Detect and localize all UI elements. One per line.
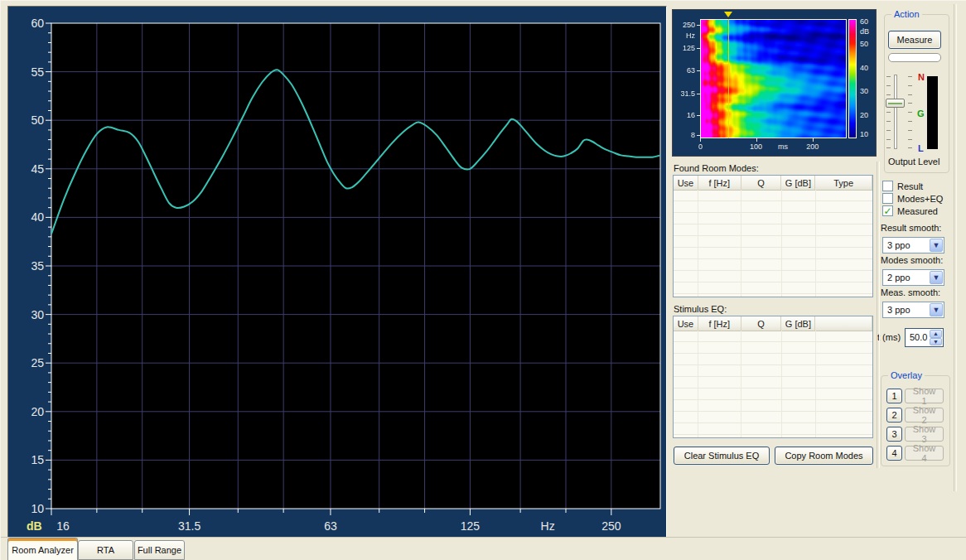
modes-eq-checkbox[interactable]: ✓ — [882, 193, 893, 204]
show-1-button[interactable]: Show 1 — [905, 389, 944, 403]
meas-smooth-value: 3 ppo — [887, 305, 910, 315]
column-header-blank[interactable] — [815, 316, 872, 331]
tab-room-analyzer[interactable]: Room Analyzer — [7, 538, 78, 560]
overlay-button-3[interactable]: 3 — [886, 427, 902, 442]
show-4-button[interactable]: Show 4 — [905, 446, 944, 461]
measured-checkbox[interactable]: ✓ — [882, 205, 893, 216]
slider-tick — [886, 130, 891, 131]
frequency-response-chart-panel: 60555045403530252015101631.563125250HzdB — [7, 6, 667, 538]
table-header[interactable]: Usef [Hz]QG [dB]Type — [674, 176, 872, 191]
colorbar-label: dB — [860, 28, 869, 36]
overlay-button-4[interactable]: 4 — [886, 446, 902, 461]
table-body[interactable] — [674, 331, 872, 437]
copy-room-modes-button[interactable]: Copy Room Modes — [775, 447, 873, 465]
table-row-line — [674, 434, 872, 435]
spectro-x-label: ms — [778, 143, 788, 151]
output-level-slider-track[interactable] — [894, 75, 897, 149]
tabstrip-line — [1, 537, 966, 538]
table-row-line — [674, 353, 872, 354]
meter-good-label: G — [917, 109, 925, 118]
column-header-f [Hz][interactable]: f [Hz] — [698, 316, 741, 331]
chevron-down-icon[interactable]: ▼ — [930, 271, 943, 284]
result-checkbox[interactable]: ✓ — [882, 181, 893, 191]
column-header-Use[interactable]: Use — [674, 316, 698, 331]
spectro-y-tick — [697, 94, 700, 94]
action-group-title: Action — [891, 9, 922, 20]
found-room-modes-table[interactable]: Usef [Hz]QG [dB]Type — [673, 175, 873, 297]
table-row-line — [674, 422, 872, 423]
column-header-Q[interactable]: Q — [741, 176, 782, 190]
output-level-meter — [927, 76, 938, 149]
slider-tick — [886, 139, 891, 140]
clear-stimulus-eq-button[interactable]: Clear Stimulus EQ — [674, 447, 770, 465]
y-axis-tick-label: 60 — [31, 17, 44, 30]
time-window-spinner[interactable]: 50.0 ▲ ▼ — [905, 328, 944, 347]
spectro-x-tick — [756, 138, 757, 142]
overlay-group: Overlay 1 Show 1 2 Show 2 3 Show 3 4 Sho… — [881, 375, 950, 466]
slider-tick — [908, 112, 912, 113]
measure-button[interactable]: Measure — [888, 31, 941, 49]
output-level-slider-thumb[interactable] — [886, 99, 905, 108]
spectro-y-tick — [697, 135, 700, 136]
slider-tick — [908, 130, 912, 131]
action-group: Action Measure N G L Output Level — [884, 14, 949, 173]
x-axis-tick-label: 125 — [461, 519, 481, 533]
column-header-Type[interactable]: Type — [815, 176, 872, 190]
modes-smooth-select[interactable]: 2 ppo ▼ — [882, 269, 944, 286]
x-axis-unit-label: Hz — [541, 519, 555, 533]
spectro-y-label: 16 — [687, 112, 695, 119]
y-axis-tick-label: 20 — [31, 405, 44, 418]
stimulus-eq-table[interactable]: Usef [Hz]QG [dB] — [673, 316, 873, 438]
show-3-button[interactable]: Show 3 — [905, 427, 944, 442]
colorbar-label: 40 — [860, 65, 868, 72]
table-body[interactable] — [674, 190, 872, 297]
column-header-Use[interactable]: Use — [674, 176, 698, 190]
spectro-x-label: 200 — [806, 143, 819, 151]
time-window-value[interactable]: 50.0 — [910, 332, 927, 342]
y-axis-tick-label: 25 — [31, 356, 44, 369]
spin-down-icon[interactable]: ▼ — [930, 338, 942, 346]
table-column-line — [781, 331, 782, 437]
slider-tick — [908, 103, 912, 104]
table-column-line — [698, 331, 698, 437]
spin-up-icon[interactable]: ▲ — [930, 330, 942, 338]
frequency-response-chart[interactable]: 60555045403530252015101631.563125250HzdB — [8, 7, 666, 537]
show-2-button[interactable]: Show 2 — [905, 408, 944, 422]
slider-tick — [908, 85, 912, 86]
time-marker-icon[interactable] — [724, 12, 732, 17]
overlay-button-1[interactable]: 1 — [886, 389, 902, 403]
modes-smooth-value: 2 ppo — [887, 273, 910, 282]
meas-smooth-select[interactable]: 3 ppo ▼ — [882, 302, 944, 318]
table-row-line — [674, 364, 872, 365]
slider-tick — [886, 121, 891, 122]
panel-divider — [954, 4, 957, 491]
tab-rta[interactable]: RTA — [78, 540, 133, 560]
y-axis-tick-label: 40 — [31, 210, 44, 224]
column-header-f [Hz][interactable]: f [Hz] — [698, 176, 741, 190]
result-smooth-label: Result smooth: — [881, 223, 941, 233]
spectro-y-label: 250 — [683, 22, 695, 29]
spectrogram-plot[interactable] — [700, 19, 847, 138]
column-header-Q[interactable]: Q — [741, 316, 782, 331]
y-axis-tick-label: 50 — [31, 113, 44, 127]
x-axis-tick-label: 63 — [324, 519, 337, 533]
table-header[interactable]: Usef [Hz]QG [dB] — [674, 316, 872, 331]
result-smooth-select[interactable]: 3 ppo ▼ — [882, 237, 944, 253]
colorbar-label: 10 — [860, 131, 868, 138]
overlay-group-title: Overlay — [888, 370, 925, 381]
table-row-line — [674, 258, 872, 259]
chevron-down-icon[interactable]: ▼ — [930, 239, 943, 252]
y-axis-tick-label: 30 — [31, 308, 44, 321]
slider-tick — [886, 85, 891, 86]
chevron-down-icon[interactable]: ▼ — [930, 303, 943, 316]
y-axis-tick-label: 45 — [31, 162, 44, 176]
table-column-line — [698, 190, 698, 297]
spectrogram-panel: 250Hz1256331.51680100ms20060dB5040302010 — [672, 9, 877, 157]
column-header-G [dB][interactable]: G [dB] — [781, 316, 815, 331]
modes-eq-checkbox-label: Modes+EQ — [897, 194, 943, 204]
overlay-button-2[interactable]: 2 — [886, 408, 902, 422]
output-level-label: Output Level — [888, 157, 939, 167]
slider-tick — [908, 76, 912, 77]
tab-full-range[interactable]: Full Range — [134, 540, 185, 560]
column-header-G [dB][interactable]: G [dB] — [781, 176, 815, 190]
